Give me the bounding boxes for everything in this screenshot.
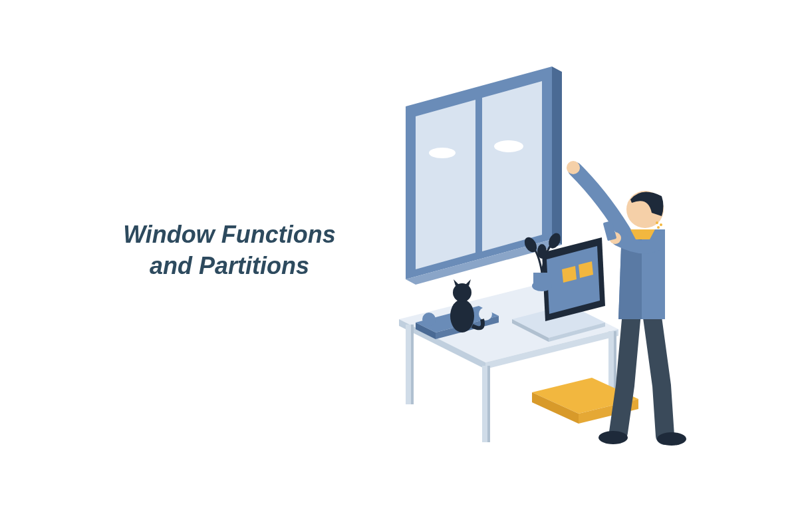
svg-point-19 <box>422 313 436 326</box>
svg-rect-12 <box>482 366 487 442</box>
svg-marker-1 <box>416 100 475 269</box>
svg-marker-5 <box>552 66 562 245</box>
svg-point-42 <box>567 161 580 174</box>
svg-point-46 <box>656 221 658 224</box>
svg-point-36 <box>537 244 547 259</box>
svg-point-3 <box>429 148 456 158</box>
svg-rect-13 <box>487 366 490 442</box>
title-line-2: and Partitions <box>103 251 356 282</box>
title-block: Window Functions and Partitions <box>103 219 356 282</box>
svg-rect-33 <box>533 273 551 287</box>
svg-point-40 <box>598 431 628 444</box>
svg-rect-11 <box>411 325 414 404</box>
svg-point-48 <box>657 226 660 229</box>
svg-point-20 <box>479 307 492 321</box>
svg-marker-2 <box>482 81 542 251</box>
workspace-illustration <box>379 66 712 466</box>
svg-point-4 <box>494 140 523 152</box>
svg-point-22 <box>453 283 471 302</box>
svg-rect-10 <box>406 325 411 404</box>
isometric-scene-svg <box>379 66 712 466</box>
title-line-1: Window Functions <box>103 219 356 251</box>
svg-point-47 <box>660 223 662 226</box>
svg-point-21 <box>450 299 474 332</box>
svg-point-41 <box>657 432 686 446</box>
